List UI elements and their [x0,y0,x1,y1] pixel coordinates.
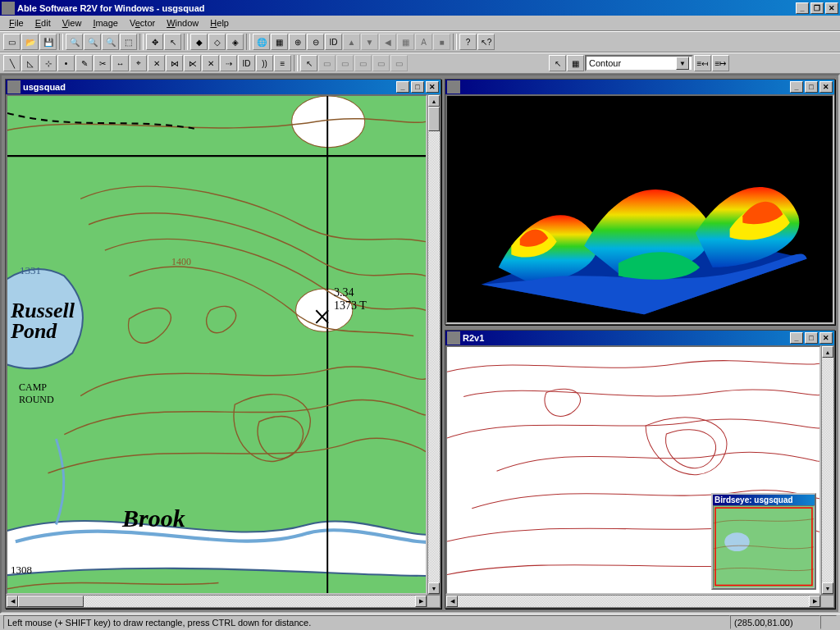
close-button[interactable]: ✕ [825,2,838,14]
menu-window[interactable]: Window [161,16,204,30]
scroll-down-icon[interactable]: ▼ [428,582,440,594]
zoom-in-icon[interactable]: 🔍 [66,34,83,50]
zoom-region-icon[interactable]: ⬚ [120,34,137,50]
child-window-terrain: _ □ ✕ [445,79,835,325]
region-c-icon: ▭ [354,55,372,71]
vectors-max-button[interactable]: □ [805,332,818,344]
child-window-vectors: R2v1 _ □ ✕ [445,330,835,609]
statusbar: Left mouse (+ SHIFT key) to draw rectang… [0,614,840,630]
globe-icon[interactable]: 🌐 [253,34,270,50]
child-window-map: usgsquad _ □ ✕ [5,79,441,609]
line-tool-icon[interactable]: ╲ [3,55,21,71]
id-icon[interactable]: ID [325,34,342,50]
terrain-close-button[interactable]: ✕ [819,81,833,93]
classify-icon[interactable]: ▦ [567,55,584,71]
restore-button[interactable]: ❐ [810,2,824,14]
scroll-down-icon[interactable]: ▼ [822,582,833,594]
measure-icon[interactable]: ↔ [112,55,129,71]
zoom-fit-icon[interactable]: 🔍 [102,34,119,50]
region-b-icon: ▭ [336,55,354,71]
layer-toggle-icon[interactable]: ≡ [274,55,291,71]
pick-arrow-icon[interactable]: ↖ [549,55,566,71]
layer-dropdown[interactable]: Contour▼ [585,55,693,71]
poly-tool-icon[interactable]: ◺ [21,55,39,71]
doc-icon [7,80,21,94]
scroll-left-icon[interactable]: ◀ [446,596,458,607]
menu-image[interactable]: Image [87,16,124,30]
map-min-button[interactable]: _ [396,81,409,93]
move-anchor-icon[interactable]: ⊹ [39,55,57,71]
vectors-vscroll[interactable]: ▲ ▼ [821,345,834,595]
vectors-min-button[interactable]: _ [790,332,803,344]
menu-file[interactable]: File [3,16,30,30]
grid-icon: ▦ [397,34,414,50]
bridge-icon[interactable]: ⋈ [166,55,183,71]
svg-point-9 [724,533,750,552]
map-window-title: usgsquad [23,82,396,92]
birdseye-canvas[interactable] [713,505,815,588]
scroll-up-icon[interactable]: ▲ [822,346,833,358]
pointer-icon[interactable]: ↖ [164,34,181,50]
map-canvas[interactable]: Russell Pond 1331 3.34 1373 T CAMP ROUND… [6,94,427,595]
open-icon[interactable]: 📂 [21,34,39,50]
new-icon[interactable]: ▭ [3,34,21,50]
label-annot: 3.34 1373 T [334,286,367,313]
tool-b-icon: ▼ [361,34,378,50]
label-elev-1308: 1308 [11,564,32,577]
map-close-button[interactable]: ✕ [426,81,439,93]
context-help-icon[interactable]: ↖? [477,34,495,50]
menu-vector[interactable]: Vector [124,16,161,30]
node-add-icon[interactable]: ⊕ [289,34,306,50]
label-contour-1400: 1400 [171,256,191,268]
stop-icon: ■ [433,34,450,50]
clear-icon[interactable]: ✕ [202,55,219,71]
minimize-button[interactable]: _ [796,2,809,14]
vectors-window-title: R2v1 [463,333,790,343]
label-russell-pond: Russell Pond [11,301,75,341]
region-e-icon: ▭ [390,55,408,71]
snap-icon[interactable]: ⌖ [130,55,147,71]
map-hscroll[interactable]: ◀ ▶ [6,595,441,608]
map-vscroll[interactable]: ▲ ▼ [427,94,441,595]
gap-icon[interactable]: ⇢ [220,55,237,71]
signal-icon[interactable]: )) [256,55,273,71]
menu-view[interactable]: View [57,16,88,30]
action1-icon[interactable]: ◆ [190,34,208,50]
terrain-canvas[interactable] [445,94,834,324]
terrain-min-button[interactable]: _ [790,81,803,93]
birdseye-window[interactable]: Birdseye: usgsquad [711,493,816,590]
step-back-icon[interactable]: ≡↤ [694,55,711,71]
doc-icon [447,331,460,345]
chevron-down-icon[interactable]: ▼ [676,57,689,70]
step-fwd-icon[interactable]: ≡↦ [712,55,729,71]
node-del-icon[interactable]: ⊖ [307,34,324,50]
scroll-left-icon[interactable]: ◀ [7,596,18,607]
intersect-icon[interactable]: ✕ [148,55,165,71]
edit-tool-icon[interactable]: ✎ [75,55,93,71]
scroll-right-icon[interactable]: ▶ [809,596,820,607]
layers-icon[interactable]: ▦ [271,34,288,50]
vectors-canvas[interactable]: Birdseye: usgsquad [445,345,821,595]
split-tool-icon[interactable]: ✂ [94,55,111,71]
join-icon[interactable]: ⋉ [184,55,201,71]
map-max-button[interactable]: □ [411,81,424,93]
action2-icon[interactable]: ◇ [208,34,226,50]
terrain-max-button[interactable]: □ [805,81,818,93]
label-id-icon[interactable]: ID [238,55,255,71]
select-arrow-icon[interactable]: ↖ [300,55,317,71]
pan-icon[interactable]: ✥ [146,34,163,50]
save-icon[interactable]: 💾 [39,34,57,50]
vectors-hscroll[interactable]: ◀ ▶ [445,595,834,608]
scroll-right-icon[interactable]: ▶ [415,596,427,607]
help-icon[interactable]: ? [459,34,477,50]
menu-help[interactable]: Help [204,16,235,30]
action3-icon[interactable]: ◈ [226,34,244,50]
app-title: Able Software R2V for Windows - usgsquad [17,3,796,13]
node-tool-icon[interactable]: • [57,55,75,71]
scroll-up-icon[interactable]: ▲ [428,95,440,107]
layer-dropdown-value: Contour [589,58,621,68]
vectors-close-button[interactable]: ✕ [819,332,833,344]
mdi-workspace: usgsquad _ □ ✕ [0,74,840,614]
menu-edit[interactable]: Edit [30,16,57,30]
zoom-out-icon[interactable]: 🔍 [84,34,101,50]
